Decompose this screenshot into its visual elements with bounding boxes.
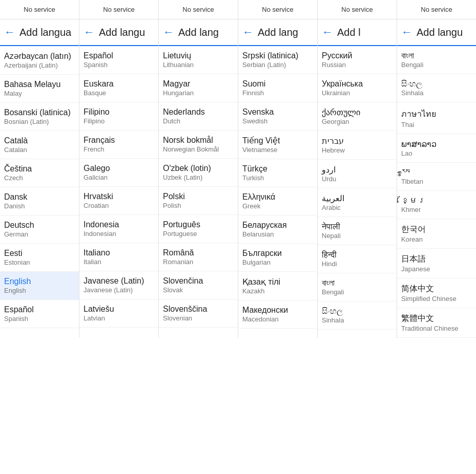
lang-native-name: Bahasa Melayu — [4, 80, 75, 89]
list-item[interactable]: नेपालीNepali — [318, 217, 397, 245]
lang-english-name: Khmer — [401, 206, 472, 213]
list-item[interactable]: EspañolSpanish — [0, 300, 79, 328]
list-item[interactable]: БългарскиBulgarian — [238, 244, 317, 272]
list-item[interactable]: ພາສາລາວLao — [397, 134, 476, 163]
list-item[interactable]: EnglishEnglish — [0, 272, 79, 300]
list-item[interactable]: EuskaraBasque — [79, 74, 158, 102]
lang-native-name: Nederlands — [163, 107, 234, 117]
lang-english-name: Spanish — [4, 315, 75, 322]
list-item[interactable]: DeutschGerman — [0, 216, 79, 244]
panel-2: ←Add langLietuviųLithuanianMagyarHungari… — [159, 19, 238, 338]
list-item[interactable]: SvenskaSwedish — [238, 102, 317, 131]
list-item[interactable]: 日本語Japanese — [397, 249, 476, 278]
list-item[interactable]: Bahasa MelayuMalay — [0, 75, 79, 103]
back-arrow-2[interactable]: ← — [163, 26, 174, 39]
list-item[interactable]: සිංහලSinhala — [397, 74, 476, 102]
list-item[interactable]: SlovenščinaSlovenian — [159, 299, 238, 328]
list-item[interactable]: 한국어Korean — [397, 219, 476, 249]
back-arrow-5[interactable]: ← — [401, 26, 412, 39]
list-item[interactable]: TürkçeTurkish — [238, 159, 317, 187]
list-item[interactable]: ItalianoItalian — [79, 243, 158, 271]
list-item[interactable]: GalegoGalician — [79, 159, 158, 187]
list-item[interactable]: සිංහලSinhala — [318, 301, 397, 330]
list-item[interactable]: SlovenčinaSlovak — [159, 271, 238, 299]
list-item[interactable]: 简体中文Simplified Chinese — [397, 278, 476, 308]
list-item[interactable]: Bosanski (latinica)Bosnian (Latin) — [0, 103, 79, 131]
list-item[interactable]: العربيةArabic — [318, 188, 397, 217]
list-item[interactable]: PolskiPolish — [159, 187, 238, 215]
panel-title-5: Add langu — [417, 27, 463, 38]
list-item[interactable]: Azərbaycan (latın)Azerbaijani (Latin) — [0, 46, 79, 75]
list-item[interactable]: PortuguêsPortuguese — [159, 215, 238, 243]
back-arrow-3[interactable]: ← — [242, 26, 254, 39]
back-arrow-4[interactable]: ← — [322, 26, 333, 39]
lang-list-4: РусскийRussianУкраїнськаUkrainianქართული… — [318, 46, 397, 330]
list-item[interactable]: MagyarHungarian — [159, 74, 238, 102]
list-item[interactable]: ČeštinaCzech — [0, 159, 79, 187]
lang-english-name: Norwegian Bokmål — [163, 145, 234, 153]
list-item[interactable]: Srpski (latinica)Serbian (Latin) — [238, 46, 317, 74]
lang-native-name: Indonesia — [84, 220, 154, 229]
list-item[interactable]: Javanese (Latin)Javanese (Latin) — [79, 271, 158, 299]
lang-native-name: සිංහල — [401, 79, 472, 89]
list-item[interactable]: ภาษาไทยThai — [397, 102, 476, 134]
back-arrow-1[interactable]: ← — [84, 26, 95, 39]
list-item[interactable]: Tiếng ViệtVietnamese — [238, 131, 317, 159]
list-item[interactable]: עבריתHebrew — [318, 131, 397, 160]
lang-english-name: Serbian (Latin) — [242, 61, 313, 69]
list-item[interactable]: हिन्दीHindi — [318, 245, 397, 273]
lang-english-name: Urdu — [322, 175, 392, 183]
list-item[interactable]: HrvatskiCroatian — [79, 187, 158, 215]
list-item[interactable]: ខ្មែរKhmer — [397, 191, 476, 219]
list-item[interactable]: ქართულიGeorgian — [318, 102, 397, 131]
lang-native-name: Français — [84, 136, 154, 145]
list-item[interactable]: IndonesiaIndonesian — [79, 215, 158, 243]
lang-english-name: Portuguese — [163, 230, 234, 238]
lang-native-name: Tiếng Việt — [242, 136, 313, 145]
list-item[interactable]: FilipinoFilipino — [79, 102, 158, 131]
panel-5: ←Add languবাংলাBengaliසිංහලSinhalaภาษาไท… — [397, 19, 476, 338]
lang-native-name: Suomi — [242, 79, 313, 89]
list-item[interactable]: 繁體中文Traditional Chinese — [397, 308, 476, 338]
list-item[interactable]: O'zbek (lotin)Uzbek (Latin) — [159, 159, 238, 187]
list-item[interactable]: CatalàCatalan — [0, 131, 79, 159]
list-item[interactable]: МакедонскиMacedonian — [238, 300, 317, 329]
list-item[interactable]: Қазақ тіліKazakh — [238, 272, 317, 300]
panel-header-3: ←Add lang — [238, 19, 317, 46]
list-item[interactable]: اردوUrdu — [318, 160, 397, 188]
list-item[interactable]: Norsk bokmålNorwegian Bokmål — [159, 131, 238, 159]
lang-native-name: العربية — [322, 193, 392, 203]
list-item[interactable]: РусскийRussian — [318, 46, 397, 74]
panel-3: ←Add langSrpski (latinica)Serbian (Latin… — [238, 19, 318, 338]
list-item[interactable]: বাংলাBengali — [318, 273, 397, 301]
lang-english-name: Romanian — [163, 258, 234, 266]
lang-english-name: Polish — [163, 202, 234, 209]
list-item[interactable]: EspañolSpanish — [79, 46, 158, 74]
list-item[interactable]: ΕλληνικάGreek — [238, 187, 317, 216]
lang-native-name: 简体中文 — [401, 284, 472, 294]
list-item[interactable]: БеларускаяBelarusian — [238, 216, 317, 244]
list-item[interactable]: SuomiFinnish — [238, 74, 317, 102]
list-item[interactable]: NederlandsDutch — [159, 102, 238, 131]
lang-native-name: Español — [84, 51, 154, 60]
lang-english-name: Traditional Chinese — [401, 325, 472, 332]
lang-native-name: Polski — [163, 192, 234, 201]
back-arrow-0[interactable]: ← — [4, 26, 15, 39]
lang-english-name: Javanese (Latin) — [84, 286, 154, 294]
list-item[interactable]: বাংলাBengali — [397, 46, 476, 74]
list-item[interactable]: RomânăRomanian — [159, 243, 238, 271]
list-item[interactable]: УкраїнськаUkrainian — [318, 74, 397, 102]
lang-english-name: Russian — [322, 61, 392, 69]
list-item[interactable]: LietuviųLithuanian — [159, 46, 238, 74]
lang-english-name: Spanish — [84, 61, 154, 69]
lang-english-name: Galician — [84, 174, 154, 181]
list-item[interactable]: LatviešuLatvian — [79, 299, 158, 328]
list-item[interactable]: རྒྱུསTibetan — [397, 163, 476, 191]
status-segment-5: No service — [397, 0, 476, 19]
list-item[interactable]: DanskDanish — [0, 187, 79, 216]
list-item[interactable]: FrançaisFrench — [79, 131, 158, 159]
lang-english-name: Italian — [84, 258, 154, 266]
list-item[interactable]: EestiEstonian — [0, 244, 79, 272]
lang-native-name: Čeština — [4, 164, 75, 174]
panel-0: ←Add languaAzərbaycan (latın)Azerbaijani… — [0, 19, 79, 338]
